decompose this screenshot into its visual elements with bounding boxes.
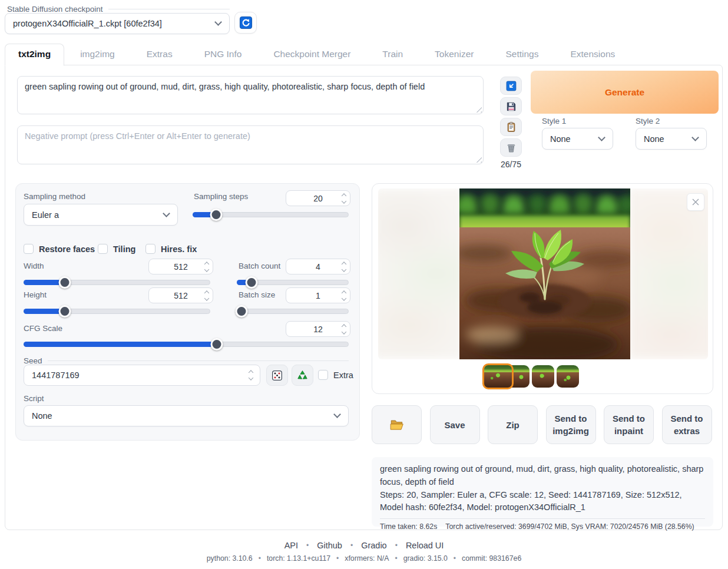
send-to-img2img-button[interactable]: Send to img2img [546,405,596,444]
tab-png-info[interactable]: PNG Info [188,44,258,65]
checkpoint-dropdown[interactable]: protogenX34OfficialR_1.ckpt [60fe2f34] [5,13,230,34]
save-style-button[interactable] [500,97,522,115]
generate-button[interactable]: Generate [531,71,719,114]
hires-fix-checkbox-row[interactable]: Hires. fix [145,244,197,254]
batch-size-input[interactable]: 1 [286,287,350,303]
thumbnail-2-selected[interactable] [482,363,514,389]
thumbnail-5[interactable] [557,365,579,388]
script-dropdown[interactable]: None [24,405,349,426]
stepper-icon[interactable] [205,291,209,300]
token-counter: 26/75 [499,160,523,169]
stepper-icon[interactable] [342,194,346,203]
script-value: None [32,411,52,421]
restore-faces-checkbox-row[interactable]: Restore faces [24,244,95,254]
read-generation-params-button[interactable] [500,77,522,95]
sampling-steps-input[interactable]: 20 [286,190,350,206]
dot-separator: • [454,554,456,563]
save-button[interactable]: Save [430,405,480,444]
tab-train[interactable]: Train [366,44,419,65]
github-link[interactable]: Github [317,541,342,550]
cfg-scale-input[interactable]: 12 [286,321,350,337]
negative-prompt-field-wrap [17,125,484,164]
gradio-link[interactable]: Gradio [361,541,387,550]
python-version: python: 3.10.6 [207,554,253,563]
trash-icon [505,142,517,154]
stepper-icon[interactable] [205,262,209,271]
script-label: Script [24,394,44,403]
parameters-panel: Sampling method Euler a Sampling steps 2… [15,183,360,441]
restore-faces-label: Restore faces [39,244,95,254]
output-gallery [372,183,713,394]
main-tabbar: txt2img img2img Extras PNG Info Checkpoi… [5,44,723,65]
restore-faces-checkbox[interactable] [24,244,34,254]
generated-image[interactable] [459,188,630,359]
batch-count-input[interactable]: 4 [286,259,350,274]
tab-txt2img[interactable]: txt2img [5,44,64,66]
chevron-down-icon [163,210,170,217]
recycle-icon [296,369,309,382]
output-actions: Save Zip Send to img2img Send to inpaint… [372,405,713,444]
torch-version: torch: 1.13.1+cu117 [267,554,330,563]
random-seed-button[interactable] [266,365,288,386]
footer-links: API• Github• Gradio• Reload UI [0,541,728,550]
hires-fix-checkbox[interactable] [145,244,155,254]
gradio-version: gradio: 3.15.0 [403,554,448,563]
floppy-disk-icon [505,101,517,113]
style2-dropdown[interactable]: None [636,128,707,150]
extra-seed-checkbox[interactable] [318,370,328,380]
send-to-inpaint-button[interactable]: Send to inpaint [604,405,654,444]
tab-settings[interactable]: Settings [489,44,554,65]
stepper-icon[interactable] [342,291,346,300]
seed-label: Seed [24,356,42,365]
info-params-text: Steps: 20, Sampler: Euler a, CFG scale: … [380,489,705,515]
tab-extensions[interactable]: Extensions [554,44,631,65]
tab-img2img[interactable]: img2img [64,44,131,65]
batch-count-label: Batch count [239,262,280,270]
gallery-blur-right [628,188,708,359]
checkpoint-label: Stable Diffusion checkpoint [7,5,230,14]
tab-extras[interactable]: Extras [131,44,188,65]
stepper-icon[interactable] [342,325,346,333]
close-gallery-button[interactable] [687,193,704,211]
height-input[interactable]: 512 [148,287,213,303]
batch-count-slider[interactable] [237,276,349,289]
page-footer: API• Github• Gradio• Reload UI python: 3… [0,541,728,563]
style1-dropdown[interactable]: None [542,128,613,150]
seed-label-row: Seed [24,356,349,365]
height-slider[interactable] [24,305,210,317]
clear-prompt-button[interactable] [500,138,522,157]
batch-size-slider[interactable] [237,305,349,317]
cfg-scale-slider[interactable] [24,338,349,350]
thumbnail-4[interactable] [532,365,554,388]
seed-input[interactable]: 1441787169 [24,365,260,386]
extra-seed-checkbox-row[interactable]: Extra [318,370,353,380]
tiling-checkbox-row[interactable]: Tiling [98,244,135,254]
apply-style-button[interactable] [500,118,522,136]
api-link[interactable]: API [284,541,298,550]
open-folder-button[interactable] [372,405,422,444]
negative-prompt-input[interactable] [17,125,484,164]
height-value: 512 [174,291,187,300]
tab-checkpoint-merger[interactable]: Checkpoint Merger [257,44,366,65]
stepper-icon[interactable] [249,371,253,380]
reuse-seed-button[interactable] [292,365,313,386]
tab-tokenizer[interactable]: Tokenizer [419,44,489,65]
prompt-input[interactable]: green sapling rowing out of ground, mud,… [17,76,484,114]
sampling-steps-slider[interactable] [193,209,349,221]
tiling-label: Tiling [113,244,135,254]
hires-fix-label: Hires. fix [161,244,197,254]
tiling-checkbox[interactable] [98,244,108,254]
send-to-extras-button[interactable]: Send to extras [662,405,712,444]
stepper-icon[interactable] [342,262,346,271]
width-slider[interactable] [24,276,210,289]
zip-button[interactable]: Zip [488,405,538,444]
refresh-checkpoints-button[interactable] [234,12,257,34]
dot-separator: • [259,554,261,563]
sampling-method-dropdown[interactable]: Euler a [24,204,178,226]
style1-label: Style 1 [542,117,566,125]
info-time-row: Time taken: 8.62s Torch active/reserved:… [380,518,705,531]
style2-value: None [644,134,664,144]
generation-info-panel: green sapling rowing out of ground, mud,… [372,457,713,527]
reload-ui-link[interactable]: Reload UI [406,541,444,550]
width-input[interactable]: 512 [148,259,213,274]
